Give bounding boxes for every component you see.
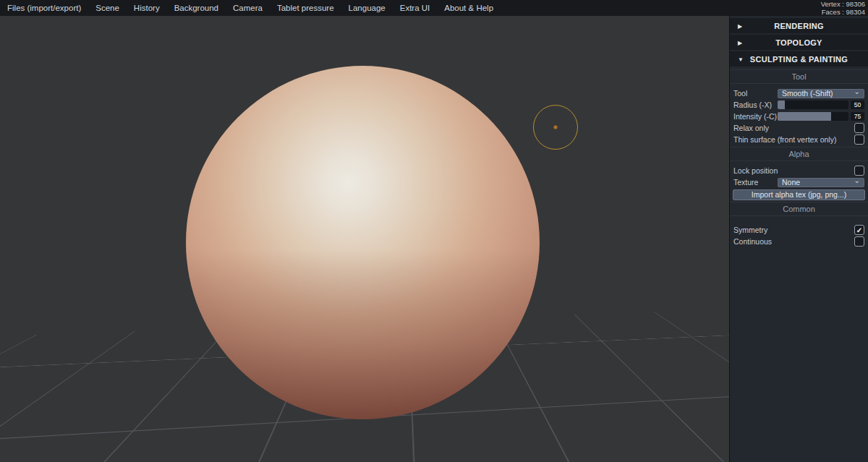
relax-only-row: Relax only xyxy=(730,122,868,134)
panel-header-topology[interactable]: ▶ TOPOLOGY xyxy=(730,35,868,51)
tool-select[interactable]: Smooth (-Shift) ⌄ xyxy=(778,89,864,98)
panel-title-sculpting-painting: SCULPTING & PAINTING xyxy=(730,55,868,64)
thin-surface-row: Thin surface (front vertex only) xyxy=(730,134,868,145)
intensity-slider-fill xyxy=(778,112,831,121)
menu-item-camera[interactable]: Camera xyxy=(226,0,270,16)
mesh-stats: Vertex : 98306 Faces : 98304 xyxy=(821,1,865,16)
lock-position-label: Lock position xyxy=(733,166,854,175)
intensity-label: Intensity (-C) xyxy=(733,112,778,121)
menu-item-history[interactable]: History xyxy=(127,0,167,16)
thin-surface-label: Thin surface (front vertex only) xyxy=(733,135,854,144)
panel-header-rendering[interactable]: ▶ RENDERING xyxy=(730,18,868,35)
right-sidebar: ▶ RENDERING ▶ TOPOLOGY ▼ SCULPTING & PAI… xyxy=(729,16,868,462)
thin-surface-checkbox[interactable] xyxy=(854,134,864,145)
tool-label: Tool xyxy=(733,89,778,98)
continuous-checkbox[interactable] xyxy=(854,236,864,247)
menu-item-tablet-pressure[interactable]: Tablet pressure xyxy=(270,0,341,16)
chevron-down-icon: ⌄ xyxy=(854,90,860,94)
menu-item-background[interactable]: Background xyxy=(167,0,226,16)
sculpt-sphere-mesh xyxy=(186,66,540,419)
panel-title-rendering: RENDERING xyxy=(730,22,868,30)
continuous-row: Continuous xyxy=(730,236,868,247)
intensity-value-input[interactable]: 75 xyxy=(851,112,864,121)
expanded-arrow-icon: ▼ xyxy=(738,56,744,62)
texture-select[interactable]: None ⌄ xyxy=(778,178,864,187)
collapsed-arrow-icon: ▶ xyxy=(738,22,742,29)
intensity-row: Intensity (-C) 75 xyxy=(730,111,868,122)
symmetry-row: Symmetry ✓ xyxy=(730,224,868,236)
chevron-down-icon: ⌄ xyxy=(854,179,860,183)
vertex-count: Vertex : 98306 xyxy=(821,1,865,9)
lock-position-checkbox[interactable] xyxy=(854,166,864,176)
radius-value-input[interactable]: 50 xyxy=(851,100,864,109)
symmetry-checkbox[interactable]: ✓ xyxy=(854,225,864,235)
relax-only-checkbox[interactable] xyxy=(854,123,864,133)
brush-cursor-icon xyxy=(533,105,578,150)
menu-bar: Files (import/export) Scene History Back… xyxy=(0,0,868,16)
tool-row: Tool Smooth (-Shift) ⌄ xyxy=(730,87,868,99)
section-title-common: Common xyxy=(730,202,868,216)
menu-item-files[interactable]: Files (import/export) xyxy=(0,0,88,16)
radius-slider-fill xyxy=(778,100,785,109)
checkmark-icon: ✓ xyxy=(856,226,862,234)
relax-only-label: Relax only xyxy=(733,124,854,132)
radius-label: Radius (-X) xyxy=(733,100,778,109)
tool-select-value: Smooth (-Shift) xyxy=(782,89,833,98)
continuous-label: Continuous xyxy=(733,237,854,246)
panel-title-topology: TOPOLOGY xyxy=(730,38,868,47)
radius-row: Radius (-X) 50 xyxy=(730,99,868,111)
brush-center-dot xyxy=(553,125,558,129)
symmetry-label: Symmetry xyxy=(733,226,854,234)
menu-item-about-help[interactable]: About & Help xyxy=(437,0,501,16)
texture-row: Texture None ⌄ xyxy=(730,176,868,188)
intensity-slider[interactable] xyxy=(778,112,848,121)
import-alpha-button[interactable]: Import alpha tex (jpg, png...) xyxy=(733,189,865,200)
menu-item-language[interactable]: Language xyxy=(341,0,393,16)
lock-position-row: Lock position xyxy=(730,165,868,176)
section-title-tool: Tool xyxy=(730,69,868,84)
section-title-alpha: Alpha xyxy=(730,147,868,161)
face-count: Faces : 98304 xyxy=(821,9,865,17)
sculpt-viewport[interactable] xyxy=(0,16,729,462)
texture-label: Texture xyxy=(733,178,778,187)
collapsed-arrow-icon: ▶ xyxy=(738,39,742,46)
panel-header-sculpting-painting[interactable]: ▼ SCULPTING & PAINTING xyxy=(730,51,868,68)
menu-item-extra-ui[interactable]: Extra UI xyxy=(393,0,438,16)
radius-slider[interactable] xyxy=(778,100,848,109)
menu-item-scene[interactable]: Scene xyxy=(88,0,127,16)
texture-select-value: None xyxy=(782,178,800,187)
